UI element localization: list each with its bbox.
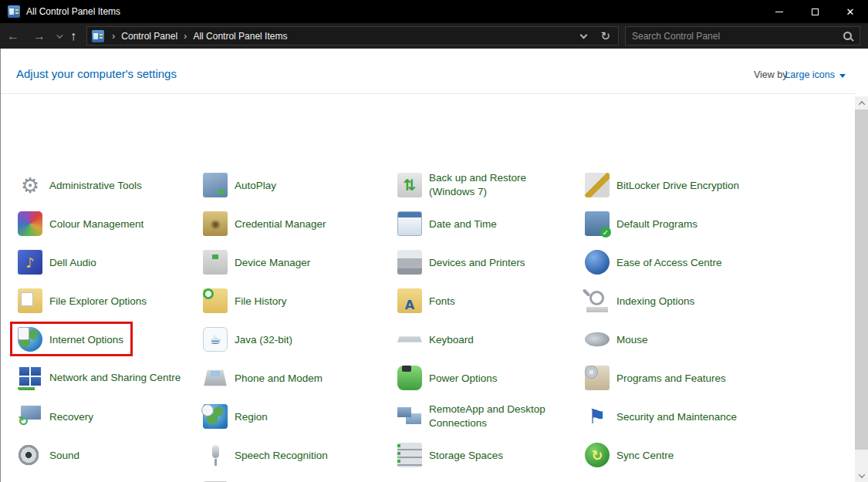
back-button[interactable]: ← [0, 29, 26, 43]
control-panel-item-indexing-options[interactable]: Indexing Options [585, 281, 694, 320]
control-panel-item-ease-of-access[interactable]: Ease of Access Centre [585, 243, 722, 281]
breadcrumb-separator-icon: › [106, 30, 121, 42]
sync-centre-icon [585, 443, 610, 467]
control-panel-item-label: Security and Maintenance [616, 411, 737, 423]
internet-options-icon [18, 327, 42, 352]
close-icon: ✕ [846, 7, 855, 17]
search-icon[interactable] [843, 31, 853, 42]
control-panel-item-taskbar-navigation[interactable]: Taskbar and Navigation [203, 474, 343, 482]
control-panel-item-recovery[interactable]: Recovery [18, 397, 93, 436]
address-dropdown-icon[interactable] [580, 31, 588, 39]
control-panel-item-file-history[interactable]: File History [203, 281, 287, 320]
window-title: All Control Panel Items [26, 6, 120, 17]
control-panel-item-devices-printers[interactable]: Devices and Printers [397, 243, 525, 281]
minimize-button[interactable] [762, 0, 797, 23]
credential-manager-icon [203, 211, 228, 236]
up-arrow-icon: ↑ [70, 29, 76, 42]
control-panel-item-storage-spaces[interactable]: Storage Spaces [397, 436, 503, 474]
keyboard-icon [397, 327, 422, 352]
control-panel-item-administrative-tools[interactable]: Administrative Tools [18, 166, 142, 204]
control-panel-item-bitlocker[interactable]: BitLocker Drive Encryption [585, 166, 739, 204]
breadcrumb-separator-icon: › [177, 30, 193, 42]
close-button[interactable]: ✕ [833, 0, 868, 23]
backup-restore-icon [397, 173, 422, 197]
control-panel-item-label: Dell Audio [49, 257, 96, 268]
control-panel-items-grid: Administrative ToolsAutoPlayBack up and … [1, 96, 856, 482]
control-panel-item-remoteapp[interactable]: RemoteApp and Desktop Connections [397, 397, 564, 436]
phone-modem-icon [203, 366, 228, 390]
autoplay-icon [203, 173, 228, 197]
scroll-up-button[interactable] [855, 96, 868, 110]
control-panel-item-internet-options[interactable]: Internet Options [18, 320, 123, 359]
forward-button[interactable]: → [26, 29, 52, 43]
control-panel-item-phone-modem[interactable]: Phone and Modem [203, 359, 323, 397]
control-panel-item-label: File History [235, 295, 287, 307]
maximize-icon [812, 8, 819, 15]
control-panel-item-java[interactable]: Java (32-bit) [203, 320, 292, 359]
control-panel-item-label: Administrative Tools [49, 180, 142, 191]
control-panel-item-autoplay[interactable]: AutoPlay [203, 166, 276, 204]
control-panel-item-region[interactable]: Region [203, 397, 268, 436]
maximize-button[interactable] [797, 0, 833, 23]
control-panel-item-label: Phone and Modem [235, 372, 323, 384]
up-button[interactable]: ↑ [65, 29, 82, 43]
control-panel-item-label: Sound [49, 450, 79, 461]
control-panel-item-label: Power Options [429, 372, 498, 384]
control-panel-item-label: Speech Recognition [235, 450, 328, 461]
minimize-icon [775, 12, 783, 12]
refresh-icon: ↻ [600, 29, 610, 42]
control-panel-item-device-manager[interactable]: Device Manager [203, 243, 310, 281]
control-panel-item-label: AutoPlay [235, 180, 276, 191]
fonts-icon [397, 288, 422, 313]
control-panel-item-default-programs[interactable]: Default Programs [585, 204, 697, 243]
control-panel-item-fonts[interactable]: Fonts [397, 281, 455, 320]
remoteapp-icon [397, 404, 422, 429]
address-bar[interactable]: › Control Panel › All Control Panel Item… [86, 26, 619, 46]
control-panel-item-sync-centre[interactable]: Sync Centre [585, 436, 674, 474]
control-panel-item-programs-features[interactable]: Programs and Features [585, 359, 726, 397]
control-panel-item-file-explorer-options[interactable]: File Explorer Options [18, 281, 147, 320]
control-panel-item-dell-audio[interactable]: Dell Audio [18, 243, 96, 281]
control-panel-item-system[interactable]: System [18, 474, 84, 482]
chevron-down-icon [839, 74, 846, 78]
control-panel-item-label: BitLocker Drive Encryption [616, 180, 739, 191]
control-panel-item-date-time[interactable]: Date and Time [397, 204, 497, 243]
control-panel-item-troubleshooting[interactable]: Troubleshooting [397, 474, 503, 482]
ease-of-access-icon [585, 250, 610, 275]
refresh-button[interactable]: ↻ [596, 29, 615, 43]
control-panel-item-backup-restore[interactable]: Back up and Restore (Windows 7) [397, 166, 564, 204]
scrollbar-thumb[interactable] [855, 110, 868, 450]
control-panel-item-keyboard[interactable]: Keyboard [397, 320, 474, 359]
breadcrumb-control-panel[interactable]: Control Panel [121, 31, 177, 42]
control-panel-window: All Control Panel Items ✕ ← → ↑ › Contro… [0, 0, 868, 482]
control-panel-item-mouse[interactable]: Mouse [585, 320, 648, 359]
mouse-icon [582, 330, 613, 348]
control-panel-item-user-accounts[interactable]: User Accounts [585, 474, 684, 482]
chevron-up-icon [858, 101, 864, 107]
view-by-value: Large icons [785, 69, 835, 80]
colour-management-icon [18, 211, 42, 236]
scroll-down-button[interactable] [855, 469, 868, 482]
search-box[interactable] [625, 26, 860, 46]
control-panel-item-security-maintenance[interactable]: Security and Maintenance [585, 397, 737, 436]
control-panel-item-credential-manager[interactable]: Credential Manager [203, 204, 326, 243]
sound-icon [18, 443, 42, 467]
recent-pages-dropdown[interactable] [56, 32, 62, 38]
control-panel-breadcrumb-icon [92, 30, 104, 42]
control-panel-item-label: Devices and Printers [429, 257, 525, 268]
device-manager-icon [203, 250, 228, 275]
control-panel-item-speech-recognition[interactable]: Speech Recognition [203, 436, 328, 474]
control-panel-item-sound[interactable]: Sound [18, 436, 79, 474]
devices-printers-icon [397, 250, 422, 275]
control-panel-item-colour-management[interactable]: Colour Management [18, 204, 144, 243]
control-panel-item-label: Default Programs [616, 218, 697, 230]
search-input[interactable] [632, 31, 843, 42]
view-by-dropdown[interactable]: Large icons [785, 69, 846, 80]
vertical-scrollbar[interactable] [855, 96, 868, 482]
control-panel-item-label: Network and Sharing Centre [49, 371, 181, 385]
control-panel-item-power-options[interactable]: Power Options [397, 359, 498, 397]
control-panel-item-label: Ease of Access Centre [616, 257, 722, 268]
chevron-down-icon [858, 471, 864, 477]
breadcrumb-all-items[interactable]: All Control Panel Items [193, 31, 287, 42]
control-panel-item-network-sharing[interactable]: Network and Sharing Centre [18, 359, 181, 397]
